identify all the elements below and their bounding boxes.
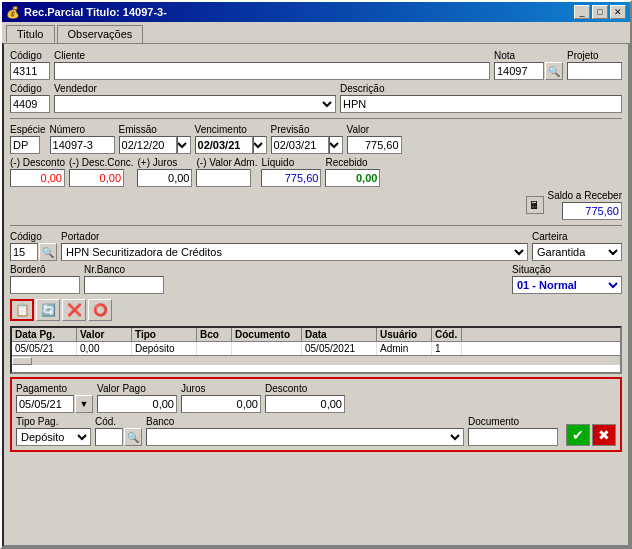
tipo-pag-select[interactable]: Depósito	[16, 428, 91, 446]
tab-observacoes[interactable]: Observações	[57, 25, 144, 43]
col-data-pg: Data Pg.	[12, 328, 77, 341]
nr-banco-input[interactable]	[84, 276, 164, 294]
nr-banco-label: Nr.Banco	[84, 264, 164, 275]
search-icon: 🔍	[42, 247, 54, 258]
col-tipo: Tipo	[132, 328, 197, 341]
previsao-input[interactable]: 02/03/21	[271, 136, 329, 154]
desc-conc-label: (-) Desc.Conc.	[69, 157, 133, 168]
descricao-label: Descrição	[340, 83, 622, 94]
confirm-icon: ✔	[572, 427, 584, 443]
window-icon: 💰	[6, 6, 20, 19]
col-cod: Cód.	[432, 328, 462, 341]
payment-section: Pagamento 05/05/21 ▼ Valor Pago 0,00 Jur…	[10, 377, 622, 452]
valor-pago-input[interactable]: 0,00	[97, 395, 177, 413]
records-table: Data Pg. Valor Tipo Bco Documento Data U…	[10, 326, 622, 374]
vencimento-label: Vencimento	[195, 124, 267, 135]
valor-adm-input[interactable]	[196, 169, 251, 187]
codigo2-label: Código	[10, 83, 50, 94]
liquido-label: Líquido	[261, 157, 321, 168]
emissao-input[interactable]: 02/12/20	[119, 136, 177, 154]
edit-icon: 🔄	[41, 303, 56, 317]
calendar-icon: ▼	[80, 399, 89, 409]
situacao-select[interactable]: 01 - Normal	[512, 276, 622, 294]
minimize-button[interactable]: _	[574, 5, 590, 19]
codigo-input[interactable]: 4311	[10, 62, 50, 80]
tab-titulo[interactable]: Titulo	[6, 25, 55, 43]
table-row[interactable]: 05/05/21 0,00 Depósito 05/05/2021 Admin …	[12, 342, 620, 355]
codigo2-input[interactable]: 4409	[10, 95, 50, 113]
tipo-pag-label: Tipo Pag.	[16, 416, 91, 427]
emissao-select[interactable]	[177, 136, 191, 154]
valor-label: Valor	[347, 124, 402, 135]
desconto-label: (-) Desconto	[10, 157, 65, 168]
portador-select[interactable]: HPN Securitizadora de Créditos	[61, 243, 528, 261]
col-valor: Valor	[77, 328, 132, 341]
col-documento: Documento	[232, 328, 302, 341]
numero-input[interactable]: 14097-3	[50, 136, 115, 154]
col-bco: Bco	[197, 328, 232, 341]
delete-button[interactable]: ❌	[62, 299, 86, 321]
emissao-label: Emissão	[119, 124, 191, 135]
cliente-input[interactable]	[54, 62, 490, 80]
banco-select[interactable]	[146, 428, 464, 446]
valor-input[interactable]: 775,60	[347, 136, 402, 154]
saldo-label: Saldo a Receber	[548, 190, 623, 201]
situacao-label: Situação	[512, 264, 622, 275]
cod-bottom-input[interactable]	[95, 428, 123, 446]
vencimento-select[interactable]	[253, 136, 267, 154]
juros-bottom-label: Juros	[181, 383, 261, 394]
pagamento-calendar-button[interactable]: ▼	[75, 395, 93, 413]
confirm-button[interactable]: ✔	[566, 424, 590, 446]
nota-search-button[interactable]: 🔍	[545, 62, 563, 80]
banco-label: Banco	[146, 416, 464, 427]
pagamento-label: Pagamento	[16, 383, 93, 394]
juros-bottom-input[interactable]: 0,00	[181, 395, 261, 413]
codigo-portador-input[interactable]: 15	[10, 243, 38, 261]
bordero-label: Borderô	[10, 264, 80, 275]
especie-label: Espécie	[10, 124, 46, 135]
edit-button[interactable]: 🔄	[36, 299, 60, 321]
carteira-select[interactable]: Garantida	[532, 243, 622, 261]
portador-search-button[interactable]: 🔍	[39, 243, 57, 261]
close-button[interactable]: ✕	[610, 5, 626, 19]
liquido-input[interactable]: 775,60	[261, 169, 321, 187]
cod-bottom-label: Cód.	[95, 416, 142, 427]
title-bar: 💰 Rec.Parcial Titulo: 14097-3-	[6, 6, 167, 19]
bordero-input[interactable]	[10, 276, 80, 294]
desconto-bottom-input[interactable]: 0,00	[265, 395, 345, 413]
cancel-button[interactable]: ✖	[592, 424, 616, 446]
vendedor-select[interactable]	[54, 95, 336, 113]
desc-conc-input[interactable]: 0,00	[69, 169, 124, 187]
maximize-button[interactable]: □	[592, 5, 608, 19]
nota-input[interactable]: 14097	[494, 62, 544, 80]
valor-adm-label: (-) Valor Adm.	[196, 157, 257, 168]
desconto-input[interactable]: 0,00	[10, 169, 65, 187]
cancel-icon: ✖	[598, 427, 610, 443]
projeto-input[interactable]	[567, 62, 622, 80]
pagamento-input[interactable]: 05/05/21	[16, 395, 74, 413]
codigo-label: Código	[10, 50, 50, 61]
recebido-input[interactable]: 0,00	[325, 169, 380, 187]
saldo-input[interactable]: 775,60	[562, 202, 622, 220]
col-data: Data	[302, 328, 377, 341]
col-usuario: Usuário	[377, 328, 432, 341]
documento-label: Documento	[468, 416, 558, 427]
calculator-icon: 🖩	[526, 196, 544, 214]
previsao-select[interactable]	[329, 136, 343, 154]
cod-search-button[interactable]: 🔍	[124, 428, 142, 446]
stop-icon: ⭕	[93, 303, 108, 317]
descricao-input[interactable]: HPN	[340, 95, 622, 113]
documento-input[interactable]	[468, 428, 558, 446]
stop-button[interactable]: ⭕	[88, 299, 112, 321]
juros-input[interactable]: 0,00	[137, 169, 192, 187]
search-icon: 🔍	[127, 432, 139, 443]
vendedor-label: Vendedor	[54, 83, 336, 94]
new-icon: 📋	[15, 303, 30, 317]
delete-icon: ❌	[67, 303, 82, 317]
numero-label: Número	[50, 124, 115, 135]
especie-input[interactable]: DP	[10, 136, 40, 154]
new-button[interactable]: 📋	[10, 299, 34, 321]
codigo-portador-label: Código	[10, 231, 57, 242]
toolbar: 📋 🔄 ❌ ⭕	[10, 299, 622, 321]
vencimento-input[interactable]: 02/03/21	[195, 136, 253, 154]
